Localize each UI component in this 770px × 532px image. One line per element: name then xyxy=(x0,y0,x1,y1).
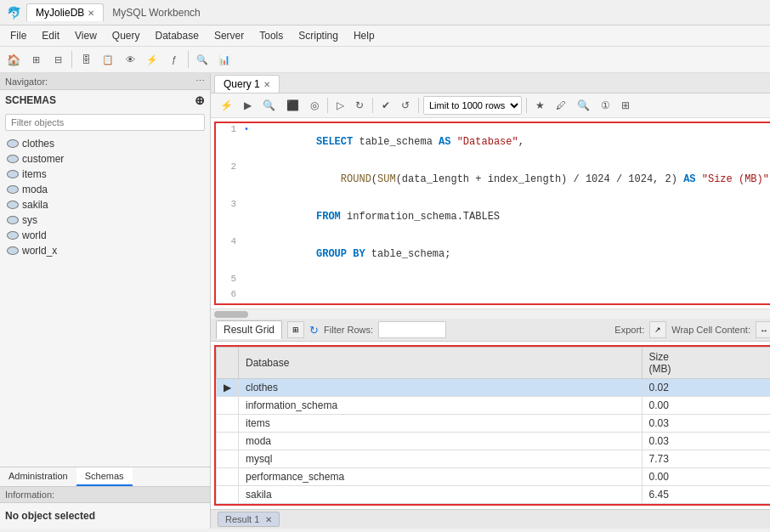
run-again-btn[interactable]: ↻ xyxy=(351,96,368,115)
schema-item-clothes[interactable]: clothes xyxy=(0,136,210,151)
sql-line-2: 2 ROUND(SUM(data_length + index_length) … xyxy=(216,161,770,198)
schema-db-icon xyxy=(7,214,19,226)
schemas-header: SCHEMAS ⊕ xyxy=(0,90,210,110)
tab-administration[interactable]: Administration xyxy=(0,467,76,486)
result-grid-tab[interactable]: Result Grid xyxy=(216,320,282,339)
grid-view-btn[interactable]: ⊞ xyxy=(287,321,304,338)
schema-item-world-x[interactable]: world_x xyxy=(0,243,210,258)
schemas-expand-icon[interactable]: ⊕ xyxy=(195,93,205,107)
row-indicator xyxy=(217,397,239,415)
schema-inspector-btn[interactable]: ① xyxy=(597,96,614,115)
title-text: MySQL Workbench xyxy=(112,7,200,19)
result-close-icon[interactable]: ✕ xyxy=(265,515,272,524)
line-num-3: 3 xyxy=(216,198,241,209)
navigator-label: Navigator: xyxy=(5,76,48,87)
table-row[interactable]: information_schema 0.00 xyxy=(217,397,771,415)
refresh-icon[interactable]: ↻ xyxy=(309,324,319,337)
cell-size: 0.02 xyxy=(642,504,770,507)
menu-scripting[interactable]: Scripting xyxy=(292,27,345,44)
format-btn[interactable]: 🖊 xyxy=(552,96,570,115)
run-btn[interactable]: ▷ xyxy=(332,96,348,115)
tab-administration-label: Administration xyxy=(8,471,68,481)
toggle-output-btn[interactable]: ◎ xyxy=(306,96,323,115)
toolbar-sep-1 xyxy=(71,51,72,68)
menu-query[interactable]: Query xyxy=(105,27,147,44)
toolbar-manage-conn-btn[interactable]: ⊟ xyxy=(48,49,68,70)
rollback-btn[interactable]: ↺ xyxy=(397,96,414,115)
q-sep-1 xyxy=(327,98,328,113)
schema-label: world xyxy=(22,229,47,241)
row-indicator xyxy=(217,468,239,486)
bottom-tabs: Administration Schemas xyxy=(0,467,210,487)
result-bottom-tab[interactable]: Result 1 ✕ xyxy=(218,512,280,527)
bookmark-btn[interactable]: ★ xyxy=(531,96,549,115)
menu-database[interactable]: Database xyxy=(149,27,206,44)
line-dot-3 xyxy=(241,198,252,200)
menu-bar: File Edit View Query Database Server Too… xyxy=(0,25,770,47)
sql-editor[interactable]: 1 • SELECT table_schema AS "Database", 2… xyxy=(214,122,770,305)
special-btn[interactable]: ⊞ xyxy=(617,96,634,115)
tab-close-icon[interactable]: ✕ xyxy=(88,8,94,18)
wrap-icon[interactable]: ↔ xyxy=(756,321,770,338)
db-tab[interactable]: MyJolieDB ✕ xyxy=(26,3,104,21)
menu-help[interactable]: Help xyxy=(347,27,382,44)
line-code-4: GROUP BY table_schema; xyxy=(252,235,770,273)
filter-objects-input[interactable] xyxy=(5,114,205,131)
schema-item-moda[interactable]: moda xyxy=(0,182,210,197)
query-tab-1[interactable]: Query 1 ✕ xyxy=(214,75,280,93)
table-row[interactable]: ▶ clothes 0.02 xyxy=(217,379,771,397)
commit-btn[interactable]: ✔ xyxy=(377,96,394,115)
schema-item-sys[interactable]: sys xyxy=(0,212,210,228)
schema-label: sakila xyxy=(22,199,48,211)
execute-btn[interactable]: ⚡ xyxy=(216,96,237,115)
result-area: Result Grid ⊞ ↻ Filter Rows: Export: ↗ W… xyxy=(211,319,770,509)
toolbar-new-table-btn[interactable]: 📋 xyxy=(98,49,118,70)
menu-view[interactable]: View xyxy=(68,27,104,44)
table-row[interactable]: items 0.03 xyxy=(217,415,771,433)
toolbar-inspect-btn[interactable]: 🔍 xyxy=(192,49,212,70)
menu-tools[interactable]: Tools xyxy=(252,27,290,44)
menu-edit[interactable]: Edit xyxy=(35,27,66,44)
h-scroll-thumb[interactable] xyxy=(214,311,248,318)
navigator-expand-icon[interactable]: ⋯ xyxy=(195,76,205,87)
schema-db-icon xyxy=(7,199,19,211)
menu-server[interactable]: Server xyxy=(207,27,251,44)
table-row[interactable]: sys 0.02 xyxy=(217,504,771,507)
stop-btn[interactable]: ⬛ xyxy=(282,96,303,115)
schema-item-world[interactable]: world xyxy=(0,228,210,243)
limit-select[interactable]: Limit to 1000 rows xyxy=(423,96,522,115)
toolbar-new-view-btn[interactable]: 👁 xyxy=(120,49,140,70)
table-row[interactable]: sakila 6.45 xyxy=(217,486,771,504)
tab-schemas[interactable]: Schemas xyxy=(76,467,133,486)
explain-btn[interactable]: 🔍 xyxy=(258,96,280,115)
schema-db-icon xyxy=(7,168,19,180)
find-btn[interactable]: 🔍 xyxy=(573,96,594,115)
schema-item-sakila[interactable]: sakila xyxy=(0,197,210,212)
schema-label: items xyxy=(22,168,47,180)
h-scroll[interactable] xyxy=(211,308,770,319)
filter-rows-input[interactable] xyxy=(378,321,446,338)
table-row[interactable]: mysql 7.73 xyxy=(217,450,771,468)
cell-database: sakila xyxy=(239,486,643,504)
query-tab-close-icon[interactable]: ✕ xyxy=(263,80,270,89)
schema-item-customer[interactable]: customer xyxy=(0,151,210,167)
toolbar-new-proc-btn[interactable]: ⚡ xyxy=(142,49,162,70)
toolbar-new-conn-btn[interactable]: ⊞ xyxy=(25,49,46,70)
toolbar-new-schema-btn[interactable]: 🗄 xyxy=(76,49,96,70)
schema-db-icon xyxy=(7,245,19,257)
row-indicator xyxy=(217,450,239,468)
toolbar-new-func-btn[interactable]: ƒ xyxy=(164,49,184,70)
table-row[interactable]: moda 0.03 xyxy=(217,433,771,450)
cell-database: information_schema xyxy=(239,397,643,415)
grid-table: Database Size(MB) ▶ clothes 0.02 informa… xyxy=(216,347,770,506)
menu-file[interactable]: File xyxy=(3,27,33,44)
result-tab-label: Result 1 xyxy=(225,514,259,524)
execute-selection-btn[interactable]: ▶ xyxy=(240,96,256,115)
toolbar-home-btn[interactable]: 🏠 xyxy=(3,49,24,70)
toolbar-perf-btn[interactable]: 📊 xyxy=(214,49,235,70)
table-row[interactable]: performance_schema 0.00 xyxy=(217,468,771,486)
line-num-2: 2 xyxy=(216,161,241,172)
export-btn[interactable]: ↗ xyxy=(649,321,666,338)
schema-item-items[interactable]: items xyxy=(0,167,210,182)
line-num-1: 1 xyxy=(216,123,241,134)
